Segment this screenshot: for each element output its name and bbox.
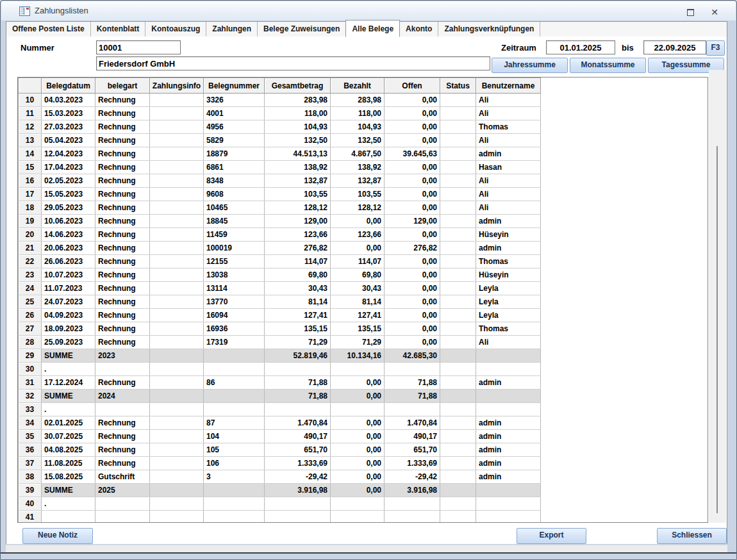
cell-benutzername[interactable] <box>476 484 541 497</box>
cell-zahlungsinfo[interactable] <box>150 242 204 255</box>
cell-num[interactable]: 23 <box>19 268 42 282</box>
cell-offen[interactable]: 129,00 <box>385 215 440 228</box>
cell-zahlungsinfo[interactable] <box>150 403 204 416</box>
cell-offen[interactable] <box>385 403 440 416</box>
cell-zahlungsinfo[interactable] <box>150 511 204 523</box>
cell-belegdatum[interactable]: 26.06.2023 <box>42 255 95 268</box>
cell-offen[interactable]: 1.333,69 <box>385 457 440 470</box>
cell-num[interactable]: 35 <box>19 430 42 443</box>
cell-benutzername[interactable]: Hüseyin <box>476 268 541 282</box>
cell-belegnummer[interactable]: 9608 <box>204 188 265 201</box>
cell-bezahlt[interactable]: 0,00 <box>331 215 385 228</box>
cell-gesamtbetrag[interactable]: 71,88 <box>265 390 331 403</box>
date-from-input[interactable] <box>546 40 615 54</box>
scrollbar-thumb[interactable] <box>716 146 718 513</box>
cell-gesamtbetrag[interactable]: 651,70 <box>265 443 331 457</box>
cell-zahlungsinfo[interactable] <box>150 120 204 134</box>
cell-bezahlt[interactable]: 132,87 <box>331 174 385 188</box>
cell-num[interactable]: 33 <box>19 403 42 416</box>
cell-zahlungsinfo[interactable] <box>150 94 204 107</box>
cell-benutzername[interactable]: Ali <box>476 201 541 215</box>
cell-zahlungsinfo[interactable] <box>150 349 204 363</box>
cell-belegdatum[interactable]: 02.05.2023 <box>42 174 95 188</box>
cell-benutzername[interactable]: Ali <box>476 94 541 107</box>
cell-zahlungsinfo[interactable] <box>150 376 204 390</box>
cell-benutzername[interactable]: Ali <box>476 134 541 147</box>
cell-status[interactable] <box>440 349 476 363</box>
cell-status[interactable] <box>440 322 476 336</box>
cell-bezahlt[interactable]: 0,00 <box>331 430 385 443</box>
cell-bezahlt[interactable] <box>331 363 385 376</box>
f3-button[interactable]: F3 <box>706 40 725 56</box>
cell-belegnummer[interactable]: 13770 <box>204 295 265 309</box>
column-header-Belegdatum[interactable]: Belegdatum <box>42 78 95 94</box>
cell-zahlungsinfo[interactable] <box>150 161 204 174</box>
cell-belegdatum[interactable]: 12.04.2023 <box>42 147 95 161</box>
cell-bezahlt[interactable] <box>331 511 385 523</box>
tab-offene-posten-liste[interactable]: Offene Posten Liste <box>6 22 91 37</box>
cell-offen[interactable]: 0,00 <box>385 94 440 107</box>
cell-belegart[interactable]: Rechnung <box>95 188 150 201</box>
cell-belegdatum[interactable]: . <box>42 363 95 376</box>
cell-bezahlt[interactable]: 0,00 <box>331 416 385 430</box>
cell-belegart[interactable]: Rechnung <box>95 268 150 282</box>
cell-benutzername[interactable]: Thomas <box>476 255 541 268</box>
cell-belegnummer[interactable]: 11459 <box>204 228 265 242</box>
column-header-Gesamtbetrag[interactable]: Gesamtbetrag <box>265 78 331 94</box>
cell-status[interactable] <box>440 336 476 349</box>
cell-gesamtbetrag[interactable]: 127,41 <box>265 309 331 322</box>
cell-benutzername[interactable]: Ali <box>476 107 541 120</box>
cell-belegart[interactable]: Rechnung <box>95 430 150 443</box>
cell-bezahlt[interactable]: 10.134,16 <box>331 349 385 363</box>
cell-gesamtbetrag[interactable]: 1.333,69 <box>265 457 331 470</box>
cell-zahlungsinfo[interactable] <box>150 484 204 497</box>
cell-belegart[interactable] <box>95 497 150 511</box>
cell-belegnummer[interactable] <box>204 484 265 497</box>
cell-num[interactable]: 15 <box>19 161 42 174</box>
cell-status[interactable] <box>440 511 476 523</box>
cell-zahlungsinfo[interactable] <box>150 147 204 161</box>
cell-offen[interactable]: 0,00 <box>385 201 440 215</box>
cell-num[interactable]: 20 <box>19 228 42 242</box>
cell-gesamtbetrag[interactable]: 81,14 <box>265 295 331 309</box>
column-header-Belegnummer[interactable]: Belegnummer <box>204 78 265 94</box>
tab-kontenblatt[interactable]: Kontenblatt <box>91 22 146 37</box>
cell-belegnummer[interactable]: 18845 <box>204 215 265 228</box>
cell-bezahlt[interactable]: 0,00 <box>331 376 385 390</box>
cell-bezahlt[interactable]: 127,41 <box>331 309 385 322</box>
cell-belegnummer[interactable]: 18879 <box>204 147 265 161</box>
cell-bezahlt[interactable]: 71,29 <box>331 336 385 349</box>
cell-gesamtbetrag[interactable]: 30,43 <box>265 282 331 295</box>
cell-status[interactable] <box>440 161 476 174</box>
cell-belegdatum[interactable]: 10.06.2023 <box>42 215 95 228</box>
cell-gesamtbetrag[interactable]: 283,98 <box>265 94 331 107</box>
cell-offen[interactable]: 651,70 <box>385 443 440 457</box>
cell-belegnummer[interactable]: 8348 <box>204 174 265 188</box>
cell-zahlungsinfo[interactable] <box>150 363 204 376</box>
cell-belegnummer[interactable]: 86 <box>204 376 265 390</box>
vertical-scrollbar[interactable] <box>709 70 726 523</box>
cell-status[interactable] <box>440 295 476 309</box>
cell-offen[interactable]: -29,42 <box>385 470 440 484</box>
cell-benutzername[interactable]: admin <box>476 147 541 161</box>
cell-num[interactable]: 16 <box>19 174 42 188</box>
cell-belegdatum[interactable]: 15.03.2023 <box>42 107 95 120</box>
cell-status[interactable] <box>440 242 476 255</box>
cell-status[interactable] <box>440 484 476 497</box>
cell-zahlungsinfo[interactable] <box>150 322 204 336</box>
cell-offen[interactable]: 71,88 <box>385 376 440 390</box>
cell-gesamtbetrag[interactable]: 138,92 <box>265 161 331 174</box>
cell-num[interactable]: 26 <box>19 309 42 322</box>
cell-zahlungsinfo[interactable] <box>150 336 204 349</box>
schliessen-button[interactable]: Schliessen <box>657 528 727 544</box>
cell-belegdatum[interactable]: 30.07.2025 <box>42 430 95 443</box>
tab-zahlungen[interactable]: Zahlungen <box>206 22 258 37</box>
cell-belegdatum[interactable]: 11.07.2023 <box>42 282 95 295</box>
cell-bezahlt[interactable]: 123,66 <box>331 228 385 242</box>
cell-gesamtbetrag[interactable]: 132,87 <box>265 174 331 188</box>
cell-belegart[interactable]: Gutschrift <box>95 470 150 484</box>
cell-belegnummer[interactable] <box>204 363 265 376</box>
cell-bezahlt[interactable]: 104,93 <box>331 120 385 134</box>
cell-offen[interactable]: 0,00 <box>385 309 440 322</box>
cell-benutzername[interactable]: admin <box>476 416 541 430</box>
